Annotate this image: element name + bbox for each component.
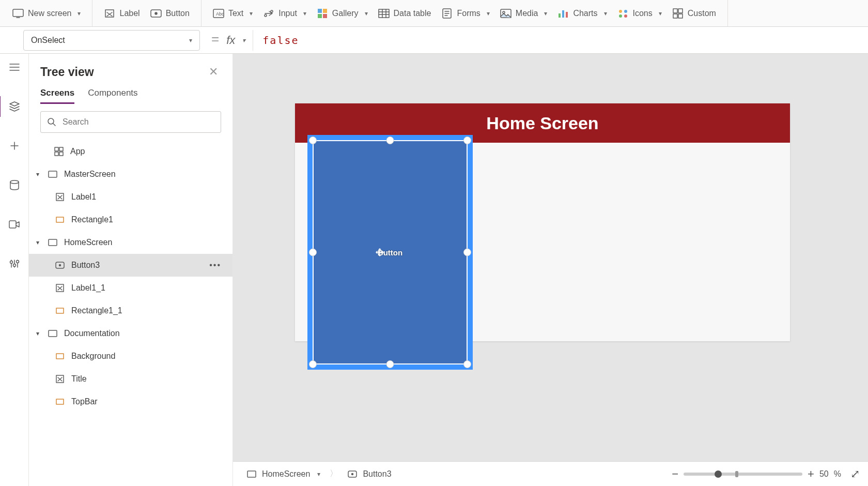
screens-tab[interactable]: Screens [40, 88, 74, 104]
forms-menu[interactable]: Forms ▾ [436, 5, 494, 22]
breadcrumb-item[interactable]: Button3 [326, 466, 396, 481]
expand-icon[interactable]: ▾ [34, 330, 41, 337]
tree-node-homescreen[interactable]: ▾ HomeScreen [29, 231, 233, 254]
button-button[interactable]: Button [145, 5, 195, 22]
property-selector[interactable]: OnSelect ▾ [23, 30, 200, 51]
chevron-down-icon: ▾ [487, 10, 490, 17]
svg-rect-18 [566, 12, 568, 18]
resize-handle[interactable] [463, 249, 471, 256]
zoom-slider-thumb[interactable] [715, 470, 722, 478]
tree-node-label1-1[interactable]: Label1_1 [29, 277, 233, 299]
media-menu[interactable]: Media ▾ [495, 5, 553, 22]
forms-label: Forms [457, 9, 480, 18]
resize-handle[interactable] [386, 136, 394, 144]
expand-icon[interactable]: ▾ [34, 171, 41, 178]
custom-menu[interactable]: Custom [667, 5, 721, 22]
zoom-controls: − + 50 % ⤢ [672, 467, 860, 481]
label-icon [55, 374, 65, 384]
resize-handle[interactable] [309, 136, 317, 144]
zoom-slider[interactable] [684, 473, 802, 476]
tree-node-rectangle1-1[interactable]: Rectangle1_1 [29, 299, 233, 322]
data-table-icon [378, 8, 390, 19]
media-icon [500, 8, 512, 19]
text-menu[interactable]: Abc Text ▾ [208, 5, 258, 22]
hamburger-button[interactable] [0, 57, 29, 78]
tree-node-title[interactable]: Title [29, 368, 233, 390]
chevron-down-icon: ▾ [78, 10, 81, 17]
tree-view-tab[interactable] [0, 96, 28, 117]
formula-input[interactable]: false [253, 30, 868, 51]
tree-view-pane: Tree view ✕ Screens Components App ▾ Mas… [29, 54, 233, 486]
tree-node-button3[interactable]: Button3 ••• [29, 254, 233, 277]
tree-node-label1[interactable]: Label1 [29, 186, 233, 208]
icons-menu[interactable]: Icons ▾ [612, 5, 667, 22]
tree-search-input[interactable] [63, 117, 214, 127]
fx-button[interactable]: fx ▾ [226, 30, 253, 51]
data-tab[interactable] [0, 175, 29, 195]
gallery-menu[interactable]: Gallery ▾ [312, 5, 373, 22]
input-menu[interactable]: Input ▾ [258, 5, 312, 22]
search-icon [47, 117, 56, 127]
insert-tab[interactable] [0, 135, 29, 156]
ribbon-toolbar: New screen ▾ Label Button Abc Text ▾ Inp… [0, 0, 868, 27]
selected-control-button3[interactable]: Button [307, 135, 473, 370]
svg-rect-35 [55, 152, 58, 156]
app-icon [54, 146, 64, 157]
svg-point-30 [13, 264, 16, 267]
svg-rect-0 [13, 9, 23, 17]
expand-icon[interactable]: ▾ [34, 239, 41, 246]
chevron-down-icon: ▾ [242, 37, 245, 44]
label-icon [55, 283, 65, 293]
svg-rect-25 [673, 14, 677, 18]
breadcrumb-label: Button3 [363, 469, 391, 479]
components-tab[interactable]: Components [88, 88, 137, 104]
data-table-button[interactable]: Data table [373, 5, 437, 22]
fx-label: fx [226, 34, 235, 47]
screen-icon [48, 328, 58, 339]
property-selector-value: OnSelect [31, 36, 65, 45]
close-pane-button[interactable]: ✕ [206, 63, 221, 81]
new-screen-button[interactable]: New screen ▾ [7, 5, 86, 22]
svg-point-32 [48, 118, 54, 124]
tree-node-documentation[interactable]: ▾ Documentation [29, 322, 233, 345]
charts-menu[interactable]: Charts ▾ [552, 5, 612, 22]
label-button[interactable]: Label [99, 5, 145, 22]
equals-sign: = [211, 31, 219, 47]
svg-text:Abc: Abc [216, 11, 224, 17]
rectangle-icon [55, 306, 65, 316]
screen-icon [48, 237, 58, 248]
tree-label: Background [71, 352, 115, 361]
label-icon [55, 192, 65, 202]
zoom-in-button[interactable]: + [808, 467, 814, 481]
left-rail [0, 54, 29, 486]
tree-node-rectangle1[interactable]: Rectangle1 [29, 208, 233, 231]
svg-rect-36 [59, 152, 63, 156]
chevron-down-icon: ▾ [303, 10, 306, 17]
settings-tab[interactable] [0, 253, 29, 274]
tree-node-topbar[interactable]: TopBar [29, 390, 233, 413]
input-icon [263, 8, 274, 19]
tree-node-app[interactable]: App [29, 140, 233, 163]
resize-handle[interactable] [386, 360, 394, 368]
charts-icon [557, 8, 569, 19]
tree-search[interactable] [40, 111, 221, 133]
zoom-out-button[interactable]: − [672, 467, 678, 481]
tree-node-masterscreen[interactable]: ▾ MasterScreen [29, 163, 233, 186]
fit-screen-button[interactable]: ⤢ [850, 467, 860, 481]
canvas-button[interactable]: Button [313, 140, 468, 364]
tree-label: Rectangle1_1 [71, 306, 122, 315]
svg-rect-44 [56, 308, 64, 313]
tree-node-background[interactable]: Background [29, 345, 233, 368]
media-tab[interactable] [0, 214, 29, 235]
more-button[interactable]: ••• [209, 261, 233, 270]
svg-point-21 [619, 14, 622, 18]
canvas-area: Home Screen Button [233, 54, 868, 486]
svg-rect-28 [9, 221, 16, 228]
resize-handle[interactable] [309, 249, 317, 256]
breadcrumb-screen[interactable]: HomeScreen ▾ [241, 467, 326, 481]
svg-rect-23 [673, 9, 677, 13]
resize-handle[interactable] [309, 360, 317, 368]
resize-handle[interactable] [463, 136, 471, 144]
resize-handle[interactable] [463, 360, 471, 368]
svg-rect-39 [56, 217, 64, 222]
